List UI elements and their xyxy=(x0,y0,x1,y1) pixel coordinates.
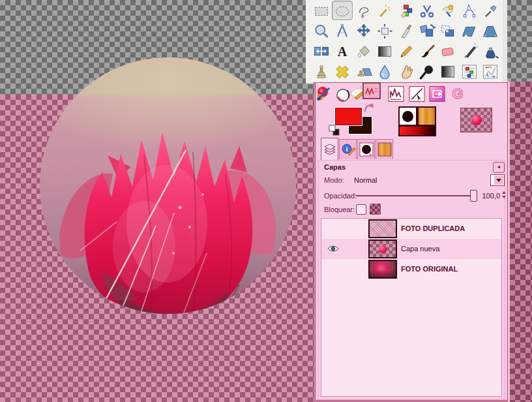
tool-measure[interactable] xyxy=(332,21,353,40)
layer-name: Capa nueva xyxy=(401,245,439,253)
tool-free-select[interactable] xyxy=(353,1,374,20)
airbrush-icon xyxy=(460,42,479,60)
foreground-color-swatch[interactable] xyxy=(335,108,362,125)
crop-icon xyxy=(397,22,415,40)
layer-thumbnail-pink-noise[interactable] xyxy=(368,219,397,238)
tool-paintbrush[interactable] xyxy=(417,41,437,61)
lock-alpha-icon[interactable] xyxy=(370,204,381,215)
opacity-slider-track[interactable] xyxy=(356,195,477,196)
measure-icon xyxy=(333,22,351,40)
default-colors-icon[interactable] xyxy=(329,125,340,136)
tool-levels[interactable] xyxy=(459,61,480,81)
tool-curves[interactable] xyxy=(480,61,501,81)
flower-mini-icon xyxy=(471,115,482,125)
heal-icon xyxy=(333,63,351,80)
layer-row[interactable]: Capa nueva xyxy=(321,239,501,259)
layer-thumbnail-checker-dot[interactable] xyxy=(368,240,397,258)
free-select-icon xyxy=(355,2,373,20)
tool-color-picker[interactable] xyxy=(480,1,501,20)
tool-rect-select[interactable] xyxy=(311,1,332,20)
tool-dodge-burn[interactable] xyxy=(417,61,437,81)
image-thumbnail[interactable] xyxy=(460,108,492,132)
curves-icon xyxy=(481,63,499,80)
eye-slot-empty[interactable] xyxy=(327,224,341,234)
gimp-logo: G xyxy=(449,85,466,102)
tool-foreground-select[interactable] xyxy=(437,1,458,20)
perspective-clone-icon xyxy=(355,63,373,80)
tool-airbrush[interactable] xyxy=(459,41,480,61)
tab-tool-info[interactable]: i xyxy=(339,139,357,159)
brush-preview[interactable] xyxy=(398,106,417,126)
layer-row[interactable]: FOTO ORIGINAL xyxy=(321,259,501,279)
tool-bucket-fill[interactable] xyxy=(353,41,374,61)
tool-pencil[interactable] xyxy=(396,41,417,61)
tool-select-by-color[interactable] xyxy=(396,1,417,20)
eye-icon[interactable] xyxy=(327,244,341,254)
swap-colors-icon[interactable] xyxy=(362,102,374,113)
export-button[interactable] xyxy=(429,85,445,102)
opacity-slider-handle[interactable] xyxy=(470,190,477,202)
tool-text[interactable]: A xyxy=(332,41,353,61)
tab-layers[interactable] xyxy=(321,138,338,160)
clone-icon xyxy=(312,63,331,80)
scale-icon xyxy=(439,22,457,40)
tool-clone[interactable] xyxy=(311,61,332,81)
layer-row[interactable]: FOTO DUPLICADA xyxy=(321,219,501,239)
tool-heal[interactable] xyxy=(332,61,353,81)
histogram-button-icon xyxy=(388,85,404,102)
tool-zoom[interactable] xyxy=(311,21,332,40)
tab-brushes-icon xyxy=(359,142,374,157)
scissors-select-icon xyxy=(418,2,436,20)
tool-crop[interactable] xyxy=(396,21,417,40)
tool-smudge[interactable] xyxy=(396,61,417,81)
mode-dropdown[interactable] xyxy=(490,174,505,186)
fuzzy-select-icon xyxy=(376,2,394,20)
canvas-pink-strip[interactable] xyxy=(508,82,532,402)
tool-flip[interactable] xyxy=(311,41,332,61)
layer-thumbnail-flower-photo[interactable] xyxy=(368,260,397,279)
tool-ink[interactable] xyxy=(480,41,501,61)
tool-paths[interactable] xyxy=(459,1,480,20)
tool-shear[interactable] xyxy=(459,21,480,40)
color-area xyxy=(329,104,378,138)
layer-name: FOTO ORIGINAL xyxy=(401,265,458,273)
histogram-button[interactable] xyxy=(388,85,404,102)
tab-patterns[interactable] xyxy=(376,139,393,159)
dock-quick-row: G xyxy=(316,83,507,104)
opacity-spinner[interactable] xyxy=(502,191,507,200)
layers-panel: Capas ◂ Modo: Normal Opacidad: 100,0 Blo… xyxy=(318,160,505,400)
levels-icon xyxy=(460,63,479,80)
mono-sphere-icon xyxy=(335,87,351,102)
tool-perspective[interactable] xyxy=(480,21,501,40)
collapse-panel-button[interactable]: ◂ xyxy=(493,162,505,173)
tool-threshold[interactable] xyxy=(437,61,458,81)
tool-scissors-select[interactable] xyxy=(417,1,437,20)
tool-align[interactable] xyxy=(374,21,395,40)
curves-button-icon xyxy=(409,85,425,102)
tool-blend[interactable] xyxy=(374,41,395,61)
perspective-icon xyxy=(481,22,499,40)
tool-rotate[interactable] xyxy=(417,21,437,40)
flower-image-circle[interactable] xyxy=(40,57,296,314)
eye-slot-empty[interactable] xyxy=(327,264,341,274)
tool-fuzzy-select[interactable] xyxy=(374,1,395,20)
tool-ellipse-select[interactable] xyxy=(332,1,353,20)
tool-scale[interactable] xyxy=(437,21,458,40)
tool-perspective-clone[interactable] xyxy=(353,61,374,81)
tool-eraser[interactable] xyxy=(437,41,458,61)
tab-brushes[interactable] xyxy=(357,139,375,159)
curves-button[interactable] xyxy=(409,85,425,102)
svg-text:G: G xyxy=(452,85,463,102)
mode-value: Normal xyxy=(354,176,377,184)
paths-icon xyxy=(460,2,479,20)
dodge-burn-icon xyxy=(418,63,436,80)
pattern-preview[interactable] xyxy=(417,106,436,126)
lock-checkbox[interactable] xyxy=(356,204,366,215)
pencil-icon xyxy=(397,42,415,60)
brush-icon xyxy=(402,111,413,122)
layer-name: FOTO DUPLICADA xyxy=(401,224,465,232)
tool-blur-sharpen[interactable] xyxy=(374,61,395,81)
tool-move[interactable] xyxy=(353,21,374,40)
toolbox-window: A xyxy=(306,0,507,84)
gradient-preview[interactable] xyxy=(398,125,436,136)
